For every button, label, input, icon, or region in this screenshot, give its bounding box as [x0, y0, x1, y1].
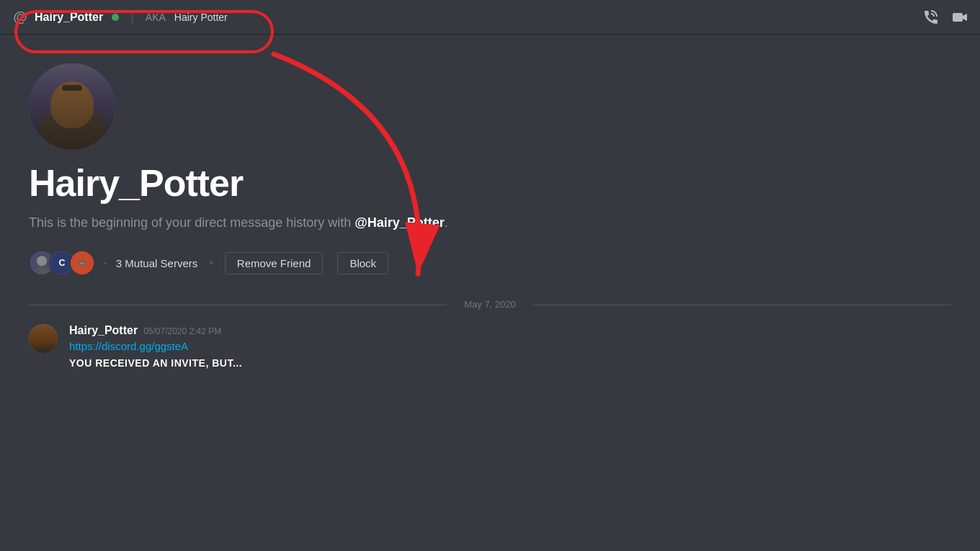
- avatar-face: [29, 63, 115, 150]
- top-bar-actions: [922, 9, 968, 26]
- date-separator: May 7, 2020: [29, 299, 951, 310]
- message-row: Hairy_Potter 05/07/2020 2:42 PM https://…: [29, 321, 951, 372]
- at-icon: @: [12, 9, 29, 26]
- dm-history-prefix: This is the beginning of your direct mes…: [29, 215, 355, 230]
- mutual-dot-separator: ●: [104, 260, 107, 266]
- message-content: Hairy_Potter 05/07/2020 2:42 PM https://…: [69, 324, 951, 369]
- dm-history-text: This is the beginning of your direct mes…: [29, 213, 951, 233]
- avatar-section: [29, 63, 951, 150]
- block-button[interactable]: Block: [337, 252, 388, 274]
- top-bar: @ Hairy_Potter | AKA Hairy Potter: [0, 0, 980, 35]
- video-icon[interactable]: [951, 9, 968, 26]
- message-header: Hairy_Potter 05/07/2020 2:42 PM: [69, 324, 951, 337]
- mutual-servers-text: 3 Mutual Servers: [116, 257, 197, 269]
- display-name: Hairy Potter: [174, 12, 228, 23]
- svg-rect-0: [953, 13, 963, 22]
- separator: |: [130, 9, 134, 24]
- dm-history-suffix: .: [445, 215, 448, 230]
- svg-point-3: [37, 256, 47, 266]
- mutual-avatar-3: 🎮: [69, 250, 95, 276]
- svg-text:C: C: [59, 258, 66, 268]
- invite-text: YOU RECEIVED AN INVITE, BUT...: [69, 357, 951, 369]
- aka-label: AKA: [146, 12, 166, 23]
- svg-text:🎮: 🎮: [78, 259, 87, 268]
- profile-username: Hairy_Potter: [29, 161, 951, 205]
- message-username: Hairy_Potter: [69, 324, 138, 337]
- message-avatar-inner: [29, 324, 58, 353]
- call-icon[interactable]: [922, 9, 940, 26]
- date-separator-text: May 7, 2020: [464, 299, 516, 310]
- dot-divider: •: [209, 256, 213, 269]
- message-link-line: https://discord.gg/ggsteA: [69, 340, 951, 353]
- message-area: Hairy_Potter 05/07/2020 2:42 PM https://…: [29, 321, 951, 372]
- mutual-avatars: C 🎮: [29, 250, 95, 276]
- message-avatar: [29, 324, 58, 353]
- svg-marker-1: [963, 14, 967, 21]
- remove-friend-button[interactable]: Remove Friend: [225, 252, 324, 274]
- dm-history-mention: @Hairy_Potter: [355, 215, 445, 230]
- message-timestamp: 05/07/2020 2:42 PM: [143, 326, 221, 336]
- channel-info: @ Hairy_Potter | AKA Hairy Potter: [12, 9, 228, 26]
- avatar: [29, 63, 115, 150]
- message-link[interactable]: https://discord.gg/ggsteA: [69, 340, 188, 352]
- main-content: Hairy_Potter This is the beginning of yo…: [0, 35, 980, 372]
- channel-username: Hairy_Potter: [35, 11, 103, 24]
- online-status-dot: [112, 14, 119, 21]
- mutual-row: C 🎮 ● 3 Mutual Servers • Remove Friend B…: [29, 250, 951, 276]
